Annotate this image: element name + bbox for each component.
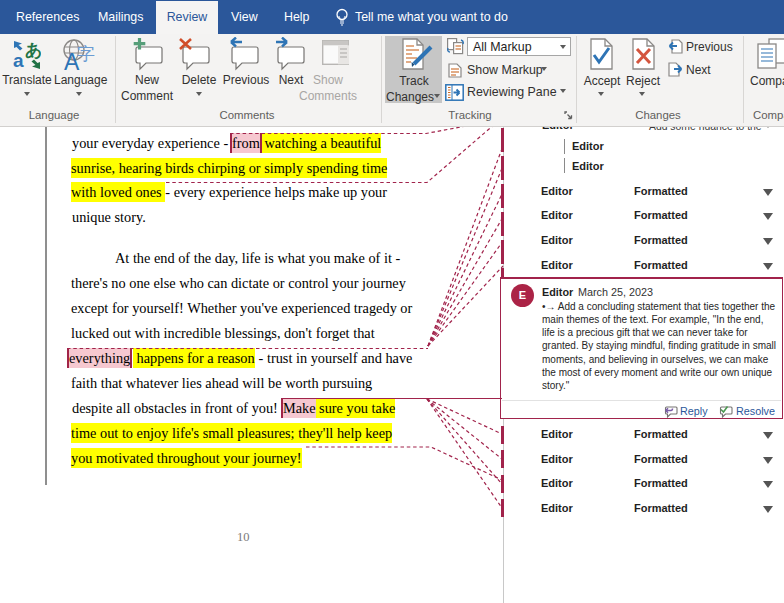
svg-text:a: a (13, 50, 24, 70)
svg-text:あ: あ (25, 41, 41, 60)
svg-text:字: 字 (77, 44, 95, 64)
svg-text:A: A (64, 49, 80, 70)
